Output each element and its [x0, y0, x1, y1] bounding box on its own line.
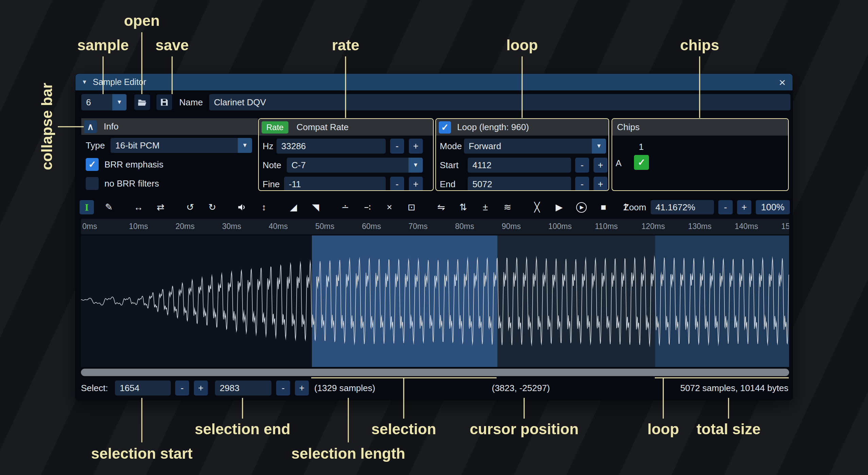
scrollbar-thumb[interactable] [81, 369, 789, 376]
annotation-sample: sample [77, 37, 129, 54]
selection-end-input[interactable]: 2983 [215, 381, 271, 395]
invert-button[interactable]: ⇅ [456, 200, 470, 214]
filter-button[interactable]: ≋ [500, 200, 515, 214]
waveform-scrollbar[interactable] [81, 368, 789, 377]
delete-button[interactable]: × [382, 200, 397, 214]
selection-start-input[interactable]: 1654 [115, 381, 171, 395]
ruler-label: 30ms [222, 222, 241, 231]
amplify-button[interactable] [235, 200, 249, 214]
brr-emphasis-checkbox[interactable]: ✓ [86, 158, 99, 171]
no-brr-filters-label: no BRR filters [104, 177, 159, 190]
page-background: ▼ Sample Editor × 6 ▼ Name Clarinet DQV [0, 0, 868, 475]
zoom-minus-button[interactable]: - [718, 200, 733, 214]
open-button[interactable] [134, 94, 150, 110]
edit-draw-icon: ✎ [105, 202, 113, 213]
chevron-down-icon[interactable]: ▼ [112, 94, 127, 110]
sign-button[interactable]: ± [478, 200, 493, 214]
flip-button[interactable]: ⇋ [434, 200, 448, 214]
fine-minus-button[interactable]: - [390, 177, 404, 191]
edit-select-button[interactable]: I [80, 200, 94, 214]
crossfade-button[interactable]: ╳ [530, 200, 544, 214]
total-size-text: 5072 samples, 10144 bytes [680, 380, 788, 396]
no-brr-filters-checkbox[interactable] [86, 177, 99, 190]
rate-header: Rate Compat Rate [259, 119, 433, 136]
zoom-controls: Zoom 41.1672% - + 100% [624, 200, 790, 214]
loop-end-plus-button[interactable]: + [594, 177, 607, 191]
mode-combo[interactable]: Forward ▼ [464, 139, 606, 154]
chevron-down-icon[interactable]: ▼ [408, 158, 423, 173]
loop-end-minus-button[interactable]: - [575, 177, 589, 191]
loop-checkbox[interactable]: ✓ [439, 121, 451, 134]
timeline-ruler: 0ms10ms20ms30ms40ms50ms60ms70ms80ms90ms1… [81, 219, 789, 234]
info-section: ∧ Info Type 16-bit PCM ▼ ✓ BRR emphasis … [81, 118, 258, 191]
fine-input[interactable]: -11 [284, 177, 386, 191]
sample-select-combo[interactable]: 6 ▼ [81, 94, 127, 110]
save-button[interactable] [156, 94, 172, 110]
titlebar[interactable]: ▼ Sample Editor [76, 74, 792, 90]
note-value: C-7 [287, 160, 408, 171]
annotation-selection-end: selection end [195, 421, 290, 438]
hz-input[interactable]: 33286 [277, 139, 386, 154]
preview-button[interactable]: ▶ [552, 200, 566, 214]
selection-end-plus-button[interactable]: + [295, 381, 309, 395]
redo-icon: ↻ [208, 202, 216, 213]
hz-plus-button[interactable]: + [409, 139, 423, 154]
zoom-plus-button[interactable]: + [737, 200, 751, 214]
annotation-selection-length: selection length [291, 445, 405, 462]
sample-editor-window: ▼ Sample Editor × 6 ▼ Name Clarinet DQV [75, 73, 793, 400]
collapse-info-button[interactable]: ∧ [84, 120, 97, 133]
undo-button[interactable]: ↺ [183, 200, 197, 214]
selection-start-plus-button[interactable]: + [194, 381, 208, 395]
normalize-button[interactable]: ↕ [257, 200, 271, 214]
chip-a-checkbox[interactable]: ✓ [634, 155, 649, 170]
ruler-label: 100ms [548, 222, 572, 231]
loop-start-minus-button[interactable]: - [575, 158, 589, 173]
info-header[interactable]: ∧ Info [81, 118, 258, 135]
loop-start-plus-button[interactable]: + [594, 158, 607, 173]
waveform-canvas[interactable] [81, 235, 789, 367]
zoom-reset-button[interactable]: 100% [756, 200, 790, 214]
ruler-label: 80ms [455, 222, 474, 231]
preview-selection-button[interactable]: ▶ [574, 200, 588, 214]
ruler-label: 130ms [688, 222, 712, 231]
redo-button[interactable]: ↻ [205, 200, 219, 214]
close-button[interactable]: × [775, 75, 789, 89]
selection-start-minus-button[interactable]: - [175, 381, 189, 395]
fade-in-button[interactable]: ◢ [286, 200, 301, 214]
stop-button[interactable]: ■ [596, 200, 611, 214]
check-icon: ✓ [638, 157, 646, 168]
loop-start-value: 4112 [472, 160, 491, 171]
trim-button[interactable]: ⊡ [404, 200, 419, 214]
insert-silence-button[interactable]: ∸ [338, 200, 352, 214]
filter-icon: ≋ [504, 202, 512, 213]
note-combo[interactable]: C-7 ▼ [287, 158, 423, 173]
zoom-input[interactable]: 41.1672% [651, 200, 714, 214]
loop-section: ✓ Loop (length: 960) Mode Forward ▼ Star… [435, 118, 609, 191]
resize-button[interactable]: ↔ [131, 200, 146, 214]
chip-column-header: 1 [639, 140, 644, 154]
annotation-selection: selection [371, 421, 436, 438]
loop-start-input[interactable]: 4112 [468, 158, 571, 173]
tab-compat-rate[interactable]: Compat Rate [297, 122, 349, 133]
annotation-rate: rate [332, 37, 360, 54]
resample-button[interactable]: ⇄ [153, 200, 168, 214]
type-combo[interactable]: 16-bit PCM ▼ [111, 138, 252, 153]
tab-rate[interactable]: Rate [262, 121, 288, 134]
edit-draw-button[interactable]: ✎ [102, 200, 116, 214]
loop-header-label: Loop (length: 960) [457, 122, 529, 133]
amplify-icon [237, 203, 247, 212]
selection-end-minus-button[interactable]: - [276, 381, 290, 395]
chevron-down-icon[interactable]: ▼ [238, 138, 252, 153]
loop-end-input[interactable]: 5072 [468, 177, 571, 191]
fine-plus-button[interactable]: + [409, 177, 423, 191]
window-collapse-icon[interactable]: ▼ [82, 79, 87, 86]
hz-minus-button[interactable]: - [390, 139, 404, 154]
name-label: Name [179, 94, 203, 110]
chevron-down-icon[interactable]: ▼ [592, 139, 606, 154]
chip-row-label: A [616, 156, 621, 171]
fade-out-button[interactable]: ◥ [308, 200, 323, 214]
waveform-view[interactable] [81, 235, 789, 367]
name-input[interactable]: Clarinet DQV [209, 94, 790, 110]
mode-value: Forward [464, 141, 592, 152]
apply-silence-button[interactable]: ∹ [360, 200, 374, 214]
